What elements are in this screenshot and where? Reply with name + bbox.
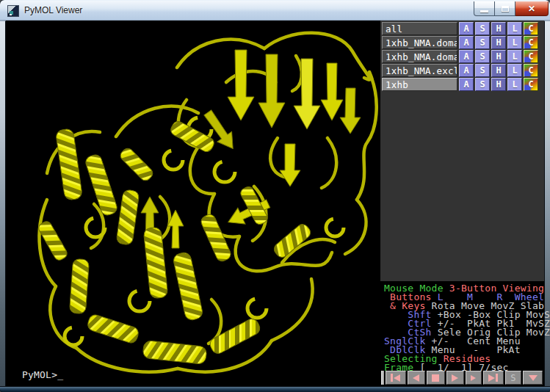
play-icon: [452, 374, 458, 382]
object-list: all A S H L C 1xhb_NMA.domain. A S H L C…: [382, 22, 538, 92]
skip-to-end-icon-bar: [496, 374, 498, 382]
action-button[interactable]: A: [459, 78, 474, 91]
object-name[interactable]: 1xhb_NMA.domain.: [382, 50, 457, 63]
info-panel: Mouse Mode 3-Button Viewing Buttons L M …: [380, 281, 544, 386]
stop-button[interactable]: [427, 371, 445, 385]
show-button[interactable]: S: [475, 22, 490, 35]
color-button[interactable]: C: [524, 64, 538, 77]
hide-button[interactable]: H: [491, 36, 506, 49]
show-button[interactable]: S: [475, 36, 490, 49]
label-button[interactable]: L: [507, 36, 522, 49]
show-button[interactable]: S: [475, 64, 490, 77]
object-name[interactable]: 1xhb: [382, 78, 457, 91]
window-title: PyMOL Viewer: [24, 5, 82, 15]
label-button[interactable]: L: [507, 78, 522, 91]
play-button[interactable]: [446, 371, 464, 385]
protein-cartoon: [6, 21, 380, 386]
color-button[interactable]: C: [524, 36, 538, 49]
object-name[interactable]: 1xhb_NMA.exclude: [382, 64, 457, 77]
object-row-domain-2: 1xhb_NMA.domain. A S H L C: [382, 50, 538, 63]
hide-button[interactable]: H: [491, 64, 506, 77]
step-back-button[interactable]: [408, 371, 425, 385]
action-button[interactable]: A: [459, 50, 474, 63]
minimize-icon: [480, 10, 488, 12]
3d-viewport[interactable]: PyMOL>_: [6, 21, 380, 386]
skip-to-end-icon: [488, 374, 495, 382]
step-forward-icon: [471, 375, 476, 381]
app-icon: [7, 5, 19, 17]
color-button[interactable]: C: [524, 22, 538, 35]
object-row-exclude: 1xhb_NMA.exclude A S H L C: [382, 64, 538, 77]
color-button[interactable]: C: [524, 78, 538, 91]
pymol-window: PyMOL Viewer ✕: [0, 0, 550, 392]
color-button[interactable]: C: [524, 50, 538, 63]
show-button[interactable]: S: [475, 78, 490, 91]
movie-menu-icon: [529, 375, 538, 381]
titlebar[interactable]: PyMOL Viewer ✕: [0, 0, 550, 21]
info-lines: Mouse Mode 3-Button Viewing Buttons L M …: [384, 284, 550, 372]
vcr-divider: [381, 371, 384, 385]
maximize-icon: [502, 6, 509, 12]
internal-gui-panel: all A S H L C 1xhb_NMA.domain. A S H L C…: [380, 21, 544, 386]
show-button[interactable]: S: [475, 50, 490, 63]
rewind-icon: [391, 374, 393, 382]
label-button[interactable]: L: [507, 64, 522, 77]
hide-button[interactable]: H: [491, 78, 506, 91]
hide-button[interactable]: H: [491, 50, 506, 63]
beta-sheets-group: [141, 50, 361, 248]
object-row-domain-1: 1xhb_NMA.domain. A S H L C: [382, 36, 538, 49]
step-forward-button[interactable]: [466, 371, 482, 385]
close-button[interactable]: ✕: [515, 1, 549, 16]
skip-to-end-button[interactable]: [483, 371, 504, 385]
rewind-icon-triangle: [394, 374, 400, 382]
object-name[interactable]: all: [382, 22, 457, 35]
object-row-1xhb: 1xhb A S H L C: [382, 78, 538, 91]
movie-controls: S: [381, 371, 543, 385]
app-icon-dot: [10, 14, 12, 15]
rewind-button[interactable]: [386, 371, 406, 385]
scene-loop-button[interactable]: S: [505, 371, 521, 385]
caption-buttons: ✕: [474, 1, 549, 16]
label-button[interactable]: L: [507, 50, 522, 63]
minimize-button[interactable]: [474, 1, 495, 16]
close-icon: ✕: [528, 2, 535, 15]
movie-menu-button[interactable]: [523, 371, 543, 385]
window-border-bottom: [0, 386, 550, 392]
action-button[interactable]: A: [459, 22, 474, 35]
hide-button[interactable]: H: [491, 22, 506, 35]
label-button[interactable]: L: [507, 22, 522, 35]
window-border-left: [0, 21, 6, 386]
command-prompt[interactable]: PyMOL>_: [22, 369, 63, 380]
object-row-all: all A S H L C: [382, 22, 538, 35]
step-back-icon: [413, 374, 419, 382]
object-name[interactable]: 1xhb_NMA.domain.: [382, 36, 457, 49]
action-button[interactable]: A: [459, 36, 474, 49]
stop-icon: [432, 374, 439, 382]
action-button[interactable]: A: [459, 64, 474, 77]
scene-loop-label: S: [510, 372, 515, 384]
maximize-button[interactable]: [495, 1, 515, 16]
